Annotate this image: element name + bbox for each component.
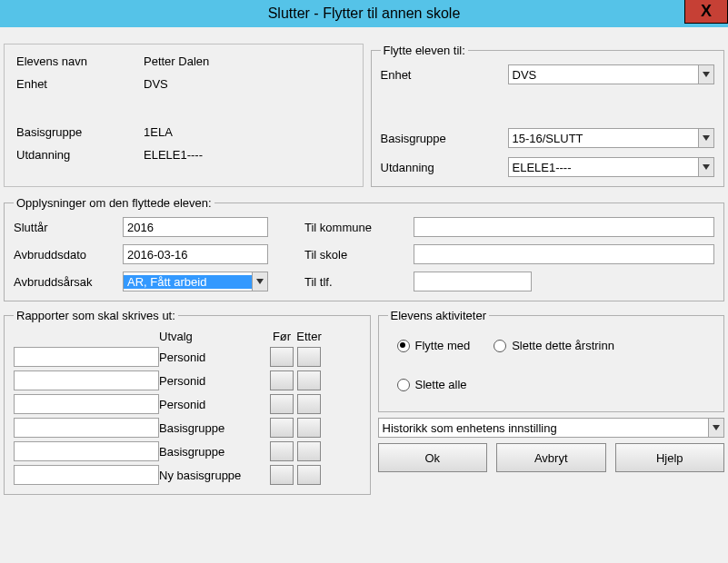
report-label: Personid	[159, 351, 268, 364]
radio-slette-alle[interactable]: Slette alle	[397, 378, 713, 391]
radio-slette-arstrinn-label: Slette dette årstrinn	[512, 339, 614, 352]
student-utdanning-label: Utdanning	[16, 148, 144, 162]
reports-etter-header: Etter	[295, 330, 323, 343]
report-label: Personid	[159, 374, 268, 388]
report-after-button[interactable]	[297, 465, 321, 485]
til-tlf-input[interactable]	[414, 272, 532, 291]
student-enhet-value: DVS	[144, 77, 351, 91]
radio-slette-arstrinn[interactable]: Slette dette årstrinn	[494, 339, 614, 352]
til-skole-label: Til skole	[304, 248, 414, 262]
reports-utvalg-header: Utvalg	[159, 330, 268, 343]
radio-icon	[397, 379, 410, 391]
report-label: Basisgruppe	[159, 445, 268, 459]
move-enhet-value: DVS	[509, 68, 699, 82]
student-name-label: Elevens navn	[16, 54, 144, 68]
student-basisgruppe-value: 1ELA	[144, 125, 351, 139]
avbryt-button-label: Avbryt	[534, 451, 568, 465]
student-basisgruppe-label: Basisgruppe	[16, 125, 144, 139]
report-after-button[interactable]	[297, 418, 321, 438]
avbruddsarsak-value: AR, Fått arbeid	[124, 275, 252, 289]
close-icon: X	[701, 2, 712, 21]
avbruddsarsak-label: Avbruddsårsak	[14, 275, 123, 289]
move-basisgruppe-value: 15-16/SLUTT	[509, 132, 699, 145]
move-utdanning-value: ELELE1----	[509, 161, 699, 174]
radio-flytte-med-label: Flytte med	[415, 339, 471, 352]
report-input[interactable]	[14, 370, 159, 390]
report-after-button[interactable]	[297, 394, 321, 414]
move-basisgruppe-combo[interactable]: 15-16/SLUTT	[508, 128, 715, 148]
report-after-button[interactable]	[297, 347, 321, 367]
chevron-down-icon	[252, 272, 267, 291]
report-before-button[interactable]	[270, 441, 294, 461]
report-after-button[interactable]	[297, 441, 321, 461]
report-after-button[interactable]	[297, 370, 321, 390]
report-input[interactable]	[14, 441, 159, 461]
chevron-down-icon	[698, 129, 713, 147]
report-label: Basisgruppe	[159, 421, 268, 435]
student-info-panel: Elevens navn Petter Dalen Enhet DVS Basi…	[4, 44, 364, 187]
til-kommune-label: Til kommune	[304, 221, 414, 234]
report-input[interactable]	[14, 347, 159, 367]
hjelp-button-label: Hjelp	[656, 451, 683, 465]
activities-legend: Elevens aktiviteter	[388, 309, 490, 322]
report-input[interactable]	[14, 418, 159, 438]
report-input[interactable]	[14, 465, 159, 485]
window-title: Slutter - Flytter til annen skole	[268, 5, 461, 22]
move-basisgruppe-label: Basisgruppe	[381, 132, 508, 145]
report-before-button[interactable]	[270, 418, 294, 438]
til-kommune-input[interactable]	[414, 217, 714, 237]
ok-button[interactable]: Ok	[378, 443, 488, 472]
avbruddsdato-input[interactable]: 2016-03-16	[123, 244, 268, 264]
student-name-value: Petter Dalen	[144, 54, 351, 68]
info-fieldset: Opplysninger om den flyttede eleven: Slu…	[4, 196, 724, 301]
sluttar-input[interactable]: 2016	[123, 217, 268, 237]
radio-slette-alle-label: Slette alle	[415, 378, 467, 391]
radio-icon	[397, 340, 410, 352]
move-enhet-combo[interactable]: DVS	[508, 64, 715, 84]
report-before-button[interactable]	[270, 370, 294, 390]
radio-icon	[494, 340, 506, 352]
reports-for-header: Før	[268, 330, 295, 343]
ok-button-label: Ok	[424, 451, 440, 465]
radio-flytte-med[interactable]: Flytte med	[397, 339, 471, 352]
move-to-legend: Flytte eleven til:	[381, 44, 468, 57]
student-enhet-label: Enhet	[16, 77, 144, 91]
reports-fieldset: Rapporter som skal skrives ut: Utvalg Fø…	[4, 309, 371, 495]
hjelp-button[interactable]: Hjelp	[615, 443, 725, 472]
chevron-down-icon	[708, 419, 723, 437]
avbruddsdato-label: Avbruddsdato	[14, 248, 123, 262]
move-utdanning-combo[interactable]: ELELE1----	[508, 157, 715, 177]
student-utdanning-value: ELELE1----	[144, 148, 351, 162]
move-utdanning-label: Utdanning	[381, 161, 508, 174]
titlebar: Slutter - Flytter til annen skole X	[0, 0, 728, 27]
move-to-fieldset: Flytte eleven til: Enhet DVS Basisgruppe…	[371, 44, 725, 187]
avbruddsdato-value: 2016-03-16	[127, 248, 188, 262]
chevron-down-icon	[698, 65, 713, 84]
report-input[interactable]	[14, 394, 159, 414]
history-combo[interactable]: Historikk som enhetens innstilling	[378, 418, 725, 438]
report-before-button[interactable]	[270, 465, 294, 485]
close-button[interactable]: X	[684, 0, 728, 24]
chevron-down-icon	[698, 158, 713, 176]
til-tlf-label: Til tlf.	[304, 275, 414, 289]
activities-fieldset: Elevens aktiviteter Flytte med Slette de…	[378, 309, 725, 412]
history-combo-value: Historikk som enhetens innstilling	[379, 421, 709, 435]
til-skole-input[interactable]	[414, 244, 714, 264]
avbryt-button[interactable]: Avbryt	[496, 443, 606, 472]
info-legend: Opplysninger om den flyttede eleven:	[14, 196, 214, 210]
reports-legend: Rapporter som skal skrives ut:	[14, 309, 178, 322]
avbruddsarsak-combo[interactable]: AR, Fått arbeid	[123, 272, 268, 291]
report-before-button[interactable]	[270, 347, 294, 367]
report-label: Ny basisgruppe	[159, 469, 268, 482]
report-label: Personid	[159, 398, 268, 411]
report-before-button[interactable]	[270, 394, 294, 414]
sluttar-label: Sluttår	[14, 221, 123, 234]
sluttar-value: 2016	[127, 221, 154, 234]
move-enhet-label: Enhet	[381, 68, 508, 82]
